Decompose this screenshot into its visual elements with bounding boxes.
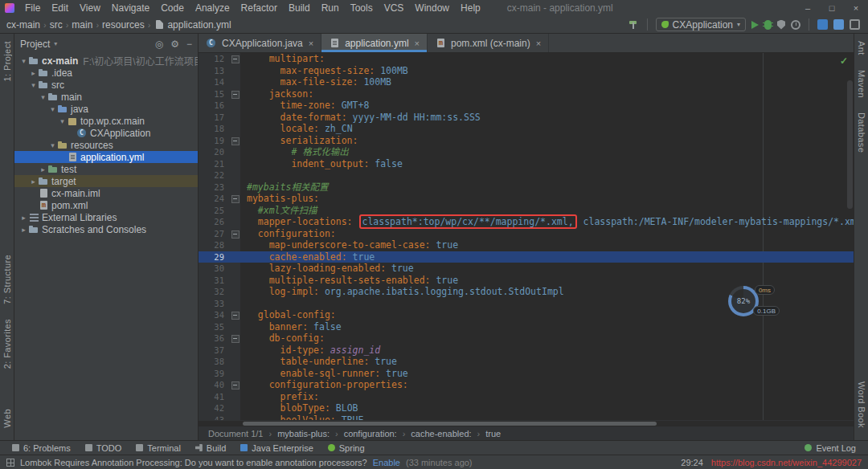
chevron-right-icon[interactable]: ▸ — [39, 165, 47, 173]
inspection-status-icon[interactable]: ✓ — [840, 55, 848, 67]
tree-item-scratches-and-consoles[interactable]: ▸Scratches and Consoles — [14, 223, 198, 235]
chevron-down-icon[interactable]: ▾ — [39, 93, 47, 101]
breadcrumb-main[interactable]: main — [70, 19, 94, 31]
menu-refactor[interactable]: Refactor — [235, 2, 283, 14]
fold-indicator-icon[interactable] — [229, 228, 240, 240]
editor-line-41[interactable]: 41 prefix: — [199, 391, 854, 403]
toolwindow-button-database[interactable]: Database — [857, 105, 866, 160]
vertical-scrollbar[interactable] — [847, 80, 853, 209]
editor-line-43[interactable]: 43 boolValue: TRUE — [199, 414, 854, 421]
editor-line-29[interactable]: 29 cache-enabled: true — [199, 251, 854, 263]
toolwindow-button-6-problems[interactable]: 6: Problems — [5, 443, 78, 453]
coverage-button[interactable] — [777, 20, 785, 30]
editor-line-31[interactable]: 31 multiple-result-sets-enabled: true — [199, 275, 854, 287]
tree-item-top-wp-cx-main[interactable]: ▾top.wp.cx.main — [14, 115, 198, 127]
fold-indicator-icon[interactable] — [229, 332, 240, 345]
chevron-right-icon[interactable]: ▸ — [19, 214, 28, 222]
editor-line-23[interactable]: 23#mybaits相关配置 — [199, 181, 854, 194]
menu-tools[interactable]: Tools — [345, 2, 379, 14]
plugin-icon-2[interactable] — [833, 19, 844, 30]
chevron-down-icon[interactable]: ▾ — [19, 57, 28, 65]
horizontal-scrollbar[interactable] — [199, 420, 854, 426]
debug-button[interactable] — [764, 20, 772, 30]
project-panel-title[interactable]: Project — [20, 39, 50, 50]
editor-line-20[interactable]: 20 # 格式化输出 — [199, 146, 854, 158]
menu-code[interactable]: Code — [155, 2, 190, 14]
tree-item-java[interactable]: ▾java — [14, 103, 198, 115]
toolwindow-button-todo[interactable]: TODO — [78, 443, 129, 453]
horizontal-scrollbar-thumb[interactable] — [243, 422, 657, 426]
tree-item-test[interactable]: ▸test — [14, 163, 198, 175]
toolwindow-switcher-icon[interactable] — [6, 459, 14, 467]
fold-indicator-icon[interactable] — [229, 53, 240, 65]
menu-help[interactable]: Help — [455, 2, 486, 14]
tree-item-resources[interactable]: ▾resources — [14, 139, 198, 151]
tree-item-external-libraries[interactable]: ▸External Libraries — [14, 211, 198, 223]
toolwindow-button-maven[interactable]: Maven — [857, 63, 866, 105]
fold-indicator-icon[interactable] — [229, 193, 240, 205]
tree-item-idea[interactable]: ▸.idea — [14, 67, 198, 79]
fold-indicator-icon[interactable] — [229, 309, 240, 321]
gear-icon[interactable]: ⚙ — [170, 39, 179, 50]
chevron-down-icon[interactable]: ▾ — [54, 40, 57, 47]
window-layout-icon[interactable] — [850, 19, 860, 30]
chevron-right-icon[interactable]: ▸ — [19, 226, 28, 234]
menu-edit[interactable]: Edit — [46, 2, 74, 14]
chevron-down-icon[interactable]: ▾ — [29, 81, 38, 89]
tab-close-icon[interactable]: × — [309, 39, 313, 48]
tree-item-pom-xml[interactable]: pom.xml — [14, 199, 198, 211]
editor-line-27[interactable]: 27 configuration: — [199, 228, 854, 240]
menu-window[interactable]: Window — [409, 2, 455, 14]
tab-close-icon[interactable]: × — [415, 39, 420, 48]
chevron-down-icon[interactable]: ▾ — [58, 117, 67, 125]
menu-view[interactable]: View — [74, 2, 106, 14]
editor-line-21[interactable]: 21 indent_output: false — [199, 158, 854, 170]
run-configuration-select[interactable]: CXApplication ▾ — [656, 18, 746, 31]
breadcrumb-resources[interactable]: resources — [100, 19, 146, 31]
editor-line-35[interactable]: 35 banner: false — [199, 321, 854, 333]
tab-application-yml[interactable]: application.yml× — [321, 34, 428, 52]
toolwindow-button-build[interactable]: Build — [188, 443, 233, 453]
chevron-right-icon[interactable]: ▸ — [29, 177, 38, 186]
toolwindow-button-7-structure[interactable]: 7: Structure — [2, 247, 12, 312]
breadcrumb-cx-main[interactable]: cx-main — [5, 19, 42, 31]
toolwindow-button-web[interactable]: Web — [2, 402, 12, 435]
menu-build[interactable]: Build — [283, 2, 316, 14]
editor-line-13[interactable]: 13 max-request-size: 100MB — [199, 65, 854, 77]
editor-line-19[interactable]: 19 serialization: — [199, 135, 854, 147]
editor-breadcrumb-cache-enabled[interactable]: cache-enabled: — [409, 429, 473, 438]
toolwindow-button-2-favorites[interactable]: 2: Favorites — [2, 312, 12, 376]
editor-line-26[interactable]: 26 mapper-locations: classpath*:top/wp/c… — [199, 216, 854, 228]
editor-line-12[interactable]: 12 multipart: — [199, 53, 854, 65]
toolwindow-button-word-book[interactable]: Word Book — [857, 374, 866, 435]
maximize-button[interactable]: □ — [820, 0, 844, 16]
breadcrumb-src[interactable]: src — [48, 19, 64, 31]
editor-breadcrumb-mybatis-plus[interactable]: mybatis-plus: — [276, 429, 331, 438]
build-project-icon[interactable] — [628, 19, 639, 30]
editor-line-18[interactable]: 18 locale: zh_CN — [199, 123, 854, 135]
run-button[interactable] — [751, 21, 759, 29]
tree-item-target[interactable]: ▸target — [14, 175, 198, 187]
minimize-button[interactable]: – — [796, 0, 820, 16]
editor-line-14[interactable]: 14 max-file-size: 100MB — [199, 76, 854, 88]
hide-panel-icon[interactable]: − — [186, 39, 192, 50]
profiler-button[interactable] — [791, 20, 800, 30]
editor-breadcrumb-document-1-1[interactable]: Document 1/1 — [207, 429, 264, 438]
breadcrumb-application-yml[interactable]: application.yml — [166, 19, 232, 31]
editor-line-42[interactable]: 42 blobType: BLOB — [199, 402, 854, 414]
tree-item-src[interactable]: ▾src — [14, 79, 198, 91]
menu-run[interactable]: Run — [316, 2, 345, 14]
editor-breadcrumb-configuration[interactable]: configuration: — [342, 429, 399, 438]
editor-line-40[interactable]: 40 configuration-properties: — [199, 379, 854, 391]
tree-item-cx-main-iml[interactable]: cx-main.iml — [14, 187, 198, 199]
close-button[interactable]: × — [844, 0, 868, 16]
tab-pom-xml-cx-main[interactable]: pom.xml (cx-main)× — [428, 34, 549, 52]
menu-vcs[interactable]: VCS — [379, 2, 410, 14]
fold-indicator-icon[interactable] — [229, 379, 240, 391]
editor-line-17[interactable]: 17 date-format: yyyy-MM-dd HH:mm:ss.SSS — [199, 112, 854, 124]
menu-file[interactable]: File — [19, 2, 46, 14]
tree-item-application-yml[interactable]: application.yml — [14, 151, 198, 163]
toolwindow-button-ant[interactable]: Ant — [857, 34, 866, 63]
toolwindow-button-spring[interactable]: Spring — [321, 443, 372, 453]
editor-line-38[interactable]: 38 table-underline: true — [199, 356, 854, 368]
